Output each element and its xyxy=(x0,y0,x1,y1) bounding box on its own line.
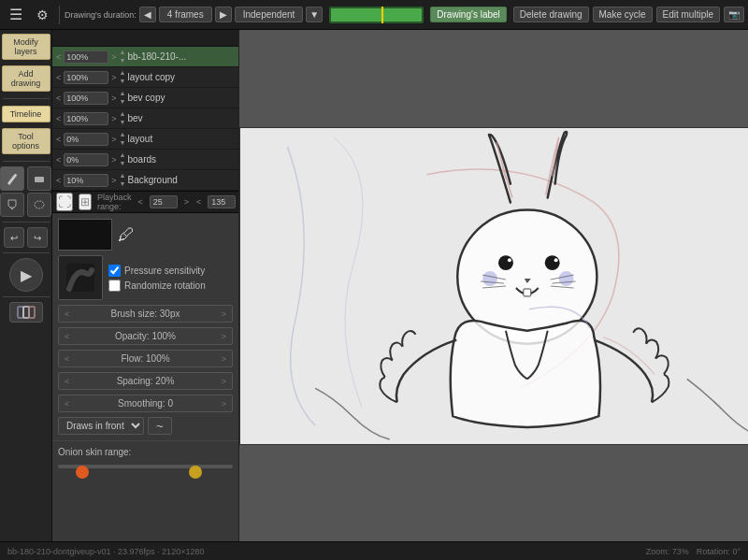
smoothing-button[interactable]: < Smoothing: 0 > xyxy=(58,395,233,412)
camera-button[interactable]: 📷 xyxy=(724,7,744,22)
timeline-button[interactable]: Timeline xyxy=(2,106,50,122)
tool-icons-row xyxy=(0,166,51,191)
lasso-tool-icon[interactable] xyxy=(27,193,51,217)
timeline-green-bar xyxy=(329,7,424,23)
expand-button[interactable]: ⛶ xyxy=(56,193,73,211)
status-right-group: Zoom: 73% Rotation: 0° xyxy=(646,547,741,556)
layer-chevrons-3[interactable]: ▲▼ xyxy=(120,110,126,126)
top-right-actions: Delete drawing Make cycle Edit multiple … xyxy=(513,7,744,22)
layer-chevrons-0[interactable]: ▲▼ xyxy=(120,49,126,65)
pressure-sensitivity-checkbox[interactable] xyxy=(108,265,121,277)
layer-pct-right-3[interactable]: > xyxy=(110,114,117,123)
layer-name-2: bev copy xyxy=(127,93,239,103)
playback-range-group: Playback range: xyxy=(97,193,132,211)
layer-pct-left-1[interactable]: < xyxy=(55,73,62,82)
layer-chevrons-4[interactable]: ▲▼ xyxy=(120,131,126,147)
play-button[interactable]: ▶ xyxy=(9,258,43,292)
onion-skin-section: Onion skin range: xyxy=(52,440,238,489)
zoom-info: Zoom: 73% xyxy=(646,547,689,556)
layer-pct-right-1[interactable]: > xyxy=(110,73,117,82)
layer-pct-right-5[interactable]: > xyxy=(110,155,117,165)
layer-row-6: < 10% > ▲▼ Background xyxy=(52,170,238,191)
make-cycle-button[interactable]: Make cycle xyxy=(593,7,653,22)
onion-skin-label: Onion skin range: xyxy=(58,447,233,457)
end-frame-left[interactable]: < xyxy=(195,197,202,207)
next-frame-button[interactable]: ▶ xyxy=(215,7,232,22)
frames-dropdown[interactable]: 4 frames xyxy=(159,7,212,22)
eyedropper-button[interactable]: 🖊 xyxy=(118,225,135,245)
smoothing-right-arrow: > xyxy=(222,399,226,409)
svg-rect-15 xyxy=(524,288,531,295)
edit-multiple-button[interactable]: Edit multiple xyxy=(656,7,720,22)
eraser-tool-icon[interactable] xyxy=(27,166,51,191)
modify-layers-button[interactable]: Modify layers xyxy=(2,34,50,60)
flow-left-arrow: < xyxy=(65,354,69,364)
layer-pct-left-0[interactable]: < xyxy=(55,52,62,62)
spacing-button[interactable]: < Spacing: 20% > xyxy=(58,372,233,390)
svg-point-10 xyxy=(545,255,560,270)
smoothing-left-arrow: < xyxy=(65,399,69,409)
layer-chevrons-6[interactable]: ▲▼ xyxy=(120,172,126,188)
tool-options-button[interactable]: Tool options xyxy=(2,128,50,154)
undo-redo-row: ↩ ↪ xyxy=(4,227,48,248)
layer-pct-left-6[interactable]: < xyxy=(55,176,62,185)
layer-chevrons-2[interactable]: ▲▼ xyxy=(120,90,126,106)
onion-skin-slider xyxy=(58,465,233,483)
layer-row-1: < 100% > ▲▼ layout copy xyxy=(52,67,238,88)
layer-name-1: layout copy xyxy=(127,72,239,82)
layer-pct-left-2[interactable]: < xyxy=(55,93,62,103)
layer-pct-right-2[interactable]: > xyxy=(110,93,117,103)
independent-dropdown[interactable]: Independent xyxy=(235,7,304,22)
layer-pct-right-6[interactable]: > xyxy=(110,176,117,185)
add-drawing-button[interactable]: Add drawing xyxy=(2,65,50,92)
layer-pct-right-4[interactable]: > xyxy=(110,135,117,144)
onion-handle-right[interactable] xyxy=(189,466,202,479)
brush-tool-icon[interactable] xyxy=(0,166,24,191)
svg-point-0 xyxy=(14,174,17,177)
randomize-rotation-checkbox[interactable] xyxy=(108,280,121,292)
onion-handle-left[interactable] xyxy=(76,466,89,479)
opacity-button[interactable]: < Opacity: 100% > xyxy=(58,327,233,345)
brush-size-button[interactable]: < Brush size: 30px > xyxy=(58,305,233,323)
start-frame-left[interactable]: < xyxy=(137,197,144,207)
delete-drawing-button[interactable]: Delete drawing xyxy=(513,7,589,22)
layer-pct-left-3[interactable]: < xyxy=(55,114,62,123)
layer-controls-4: < 0% > ▲▼ layout xyxy=(52,129,239,149)
onion-skin-icon[interactable] xyxy=(9,302,43,323)
spacing-right-arrow: > xyxy=(222,377,226,386)
brush-thumbnail xyxy=(58,255,103,300)
color-swatch[interactable] xyxy=(58,219,112,251)
layer-controls-5: < 0% > ▲▼ boards xyxy=(52,150,239,169)
main-content: Modify layers Add drawing Timeline Tool … xyxy=(0,30,748,541)
redo-button[interactable]: ↪ xyxy=(27,227,48,248)
layer-pct-left-5[interactable]: < xyxy=(55,155,62,165)
draws-in-front-select[interactable]: Draws in front Draws behind xyxy=(58,417,144,435)
layer-name-6: Background xyxy=(127,175,239,185)
layer-pct-right-0[interactable]: > xyxy=(110,52,117,62)
file-info: bb-180-210-dontgiveup-v01 · 23.976fps · … xyxy=(7,547,204,556)
end-frame-input[interactable] xyxy=(208,195,236,208)
flow-button[interactable]: < Flow: 100% > xyxy=(58,350,233,367)
brush-size-right-arrow: > xyxy=(222,309,226,319)
playhead[interactable] xyxy=(381,7,383,23)
drawing-label-button[interactable]: Drawing's label xyxy=(430,7,507,22)
layer-chevrons-5[interactable]: ▲▼ xyxy=(120,151,126,167)
onion-slider-track xyxy=(58,465,233,468)
layer-pct-left-4[interactable]: < xyxy=(55,135,62,144)
fill-tool-icon[interactable] xyxy=(0,193,24,217)
tilde-button[interactable]: ~ xyxy=(148,417,172,435)
prev-frame-button[interactable]: ◀ xyxy=(139,7,156,22)
hamburger-menu-button[interactable]: ☰ xyxy=(4,4,28,25)
top-toolbar: ☰ ⚙ Drawing's duration: ◀ 4 frames ▶ Ind… xyxy=(0,0,748,30)
start-frame-input[interactable] xyxy=(150,195,178,208)
layer-chevrons-1[interactable]: ▲▼ xyxy=(120,69,126,85)
drawing-canvas[interactable] xyxy=(239,127,748,445)
start-frame-right[interactable]: > xyxy=(183,197,190,207)
gear-button[interactable]: ⚙ xyxy=(31,6,54,24)
undo-button[interactable]: ↩ xyxy=(4,227,24,248)
dropdown-arrow-button[interactable]: ▼ xyxy=(306,7,323,22)
collapse-button[interactable]: ⊞ xyxy=(79,194,92,210)
drawing-duration-label: Drawing's duration: xyxy=(65,10,137,20)
smoothing-label: Smoothing: 0 xyxy=(118,398,173,409)
svg-point-9 xyxy=(498,255,513,270)
